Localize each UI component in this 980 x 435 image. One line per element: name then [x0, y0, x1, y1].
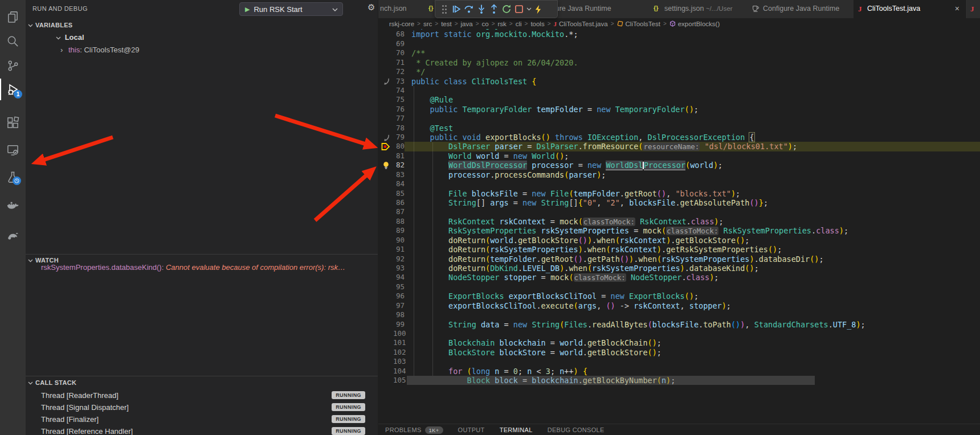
code-line[interactable]: 89 RskSystemProperties rskSystemProperti…: [378, 226, 980, 235]
breadcrumb-item[interactable]: rskj-core: [389, 20, 414, 27]
close-icon[interactable]: ×: [955, 4, 959, 13]
code-line[interactable]: 91 doReturn(rskSystemProperties).when(rs…: [378, 245, 980, 254]
code-line[interactable]: 102 BlockStore blockStore = world.getBlo…: [378, 348, 980, 357]
activity-remote-explorer-icon[interactable]: [0, 140, 26, 159]
breadcrumb-item[interactable]: co: [481, 20, 488, 27]
activity-source-control-icon[interactable]: [0, 56, 26, 75]
breadcrumb-item[interactable]: rsk: [497, 20, 506, 27]
code-line[interactable]: 103: [378, 357, 980, 366]
tab-settings.json[interactable]: {}settings.json ~/.../User: [648, 0, 746, 18]
restart-button[interactable]: [500, 3, 513, 15]
step-into-button[interactable]: [475, 3, 488, 15]
code-line[interactable]: 96 ExportBlocks exportBlocksCliTool = ne…: [378, 292, 980, 301]
thread-name: Thread [Reference Handler]: [41, 427, 133, 435]
code-line[interactable]: 73public class CliToolsTest {: [378, 77, 980, 86]
code-line[interactable]: 101 Blockchain blockchain = world.getBlo…: [378, 338, 980, 347]
breadcrumb-item[interactable]: cli: [516, 20, 522, 27]
panel-tab-terminal[interactable]: TERMINAL: [500, 426, 533, 433]
breadcrumb-file[interactable]: CliToolsTest.java: [559, 20, 608, 27]
variable-this[interactable]: › this: CliToolsTest@29: [60, 46, 139, 54]
breadcrumb-item[interactable]: test: [441, 20, 452, 27]
code-line[interactable]: 74: [378, 86, 980, 95]
code-line[interactable]: 77: [378, 114, 980, 123]
tab-nch.json[interactable]: nch.json: [378, 0, 427, 18]
tab-CliToolsTest.java[interactable]: JCliToolsTest.java×: [854, 0, 966, 18]
play-icon: ▶: [245, 6, 250, 13]
activity-search-icon[interactable]: [0, 31, 26, 51]
activity-gradle-icon[interactable]: [0, 225, 26, 245]
watch-expression[interactable]: rskSystemProperties.databaseKind(): Cann…: [41, 263, 374, 273]
code-line[interactable]: 75 @Rule: [378, 95, 980, 104]
code-line[interactable]: 76 public TemporaryFolder tempFolder = n…: [378, 105, 980, 114]
code-line[interactable]: 104 for (long n = 0; n < 3; n++) {: [378, 367, 980, 376]
code-line[interactable]: 97 exportBlocksCliTool.execute(args, () …: [378, 301, 980, 310]
chevron-down-button[interactable]: [525, 3, 532, 15]
panel-tab-problems[interactable]: PROBLEMS1K+: [385, 426, 443, 434]
call-stack-section-header[interactable]: CALL STACK: [26, 378, 378, 388]
call-stack-thread[interactable]: Thread [Signal Dispatcher]RUNNING: [26, 401, 378, 413]
panel-tab-debug-console[interactable]: DEBUG CONSOLE: [548, 426, 605, 433]
fold-gutter-icon[interactable]: [378, 77, 393, 86]
variables-scope-local[interactable]: Local: [56, 33, 84, 42]
code-line[interactable]: 88 RskContext rskContext = mock(classToM…: [378, 217, 980, 226]
tab-partial[interactable]: J: [966, 0, 980, 18]
code-line[interactable]: 93 doReturn(DbKind.LEVEL_DB).when(rskSys…: [378, 264, 980, 273]
code-line[interactable]: 71 * Created by ajlopez on 26/04/2020.: [378, 58, 980, 67]
code-line[interactable]: 69: [378, 39, 980, 48]
gear-icon[interactable]: ⚙: [368, 2, 375, 13]
code-line[interactable]: 84: [378, 179, 980, 188]
breadcrumb-item[interactable]: java: [461, 20, 473, 27]
activity-testing-icon[interactable]: [0, 167, 26, 187]
code-line[interactable]: 86 String[] args = new String[]{"0", "2"…: [378, 198, 980, 207]
call-stack-thread[interactable]: Thread [Finalizer]RUNNING: [26, 413, 378, 425]
code-line[interactable]: 90 doReturn(world.getBlockStore()).when(…: [378, 236, 980, 245]
code-line[interactable]: 99 String data = new String(Files.readAl…: [378, 320, 980, 329]
call-stack-thread[interactable]: Thread [ReaderThread]RUNNING: [26, 389, 378, 401]
code-line[interactable]: 85 File blocksFile = new File(tempFolder…: [378, 189, 980, 198]
code-line[interactable]: 72 */: [378, 67, 980, 76]
line-number: 69: [393, 39, 405, 48]
code-line[interactable]: 78 @Test: [378, 124, 980, 133]
breadcrumb-separator: >: [525, 20, 528, 27]
breadcrumb-item[interactable]: src: [423, 20, 432, 27]
continue-button[interactable]: [450, 3, 463, 15]
code-line[interactable]: 82 WorldDslProcessor processor = new Wor…: [378, 161, 980, 170]
code-line[interactable]: 100: [378, 329, 980, 338]
code-line[interactable]: 80 DslParser parser = DslParser.fromReso…: [378, 142, 980, 151]
step-out-button[interactable]: [488, 3, 500, 15]
code-line[interactable]: 81 World world = new World();: [378, 151, 980, 161]
bulb-gutter-icon[interactable]: [378, 161, 393, 170]
code-line[interactable]: 87: [378, 207, 980, 216]
code-line[interactable]: 94 NodeStopper stopper = mock(classToMoc…: [378, 273, 980, 282]
breadcrumb[interactable]: rskj-core>src>test>java>co>rsk>cli>tools…: [378, 18, 980, 29]
activity-docker-icon[interactable]: [0, 196, 26, 215]
tab-Configure Java Runtime[interactable]: Configure Java Runtime: [745, 0, 854, 18]
code-editor[interactable]: 67import static org.junit.Assert.*;68imp…: [378, 20, 980, 385]
line-number: 100: [393, 329, 405, 338]
horizontal-scrollbar[interactable]: [407, 376, 815, 385]
bp-gutter-icon[interactable]: [378, 142, 393, 151]
line-number: 70: [393, 48, 405, 58]
code-line[interactable]: 92 doReturn(tempFolder.getRoot().getPath…: [378, 255, 980, 264]
line-number: 87: [393, 207, 405, 216]
fold-gutter-icon[interactable]: [378, 133, 393, 142]
code-line[interactable]: 70/**: [378, 48, 980, 58]
breadcrumb-item[interactable]: tools: [530, 20, 544, 27]
code-line[interactable]: 68import static org.mockito.Mockito.*;: [378, 30, 980, 39]
call-stack-thread[interactable]: Thread [Reference Handler]RUNNING: [26, 425, 378, 435]
variables-section-header[interactable]: VARIABLES: [26, 20, 378, 31]
code-line[interactable]: 98: [378, 310, 980, 319]
step-over-button[interactable]: [463, 3, 475, 15]
activity-run-and-debug-icon[interactable]: [0, 80, 26, 99]
breadcrumb-class[interactable]: CliToolsTest: [626, 20, 660, 27]
code-line[interactable]: 79 public void exportBlocks() throws IOE…: [378, 133, 980, 142]
hot-code-replace-button[interactable]: [532, 3, 545, 15]
activity-extensions-icon[interactable]: [0, 113, 26, 132]
run-config-dropdown[interactable]: ▶ Run RSK Start: [239, 2, 343, 16]
code-line[interactable]: 95: [378, 282, 980, 292]
stop-button[interactable]: [513, 3, 525, 15]
code-line[interactable]: 83 processor.processCommands(parser);: [378, 170, 980, 179]
breadcrumb-method[interactable]: exportBlocks(): [678, 20, 720, 27]
panel-tab-output[interactable]: OUTPUT: [458, 426, 485, 433]
activity-explorer-icon[interactable]: [0, 7, 26, 26]
